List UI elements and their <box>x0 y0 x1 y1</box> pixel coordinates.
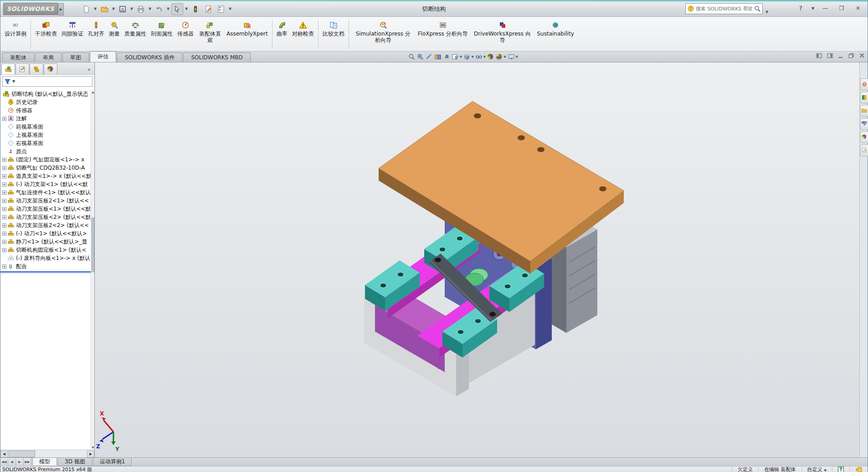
view-orientation-caret[interactable]: ▼ <box>460 55 462 59</box>
symmetry-check-button[interactable]: 对称检查 <box>290 18 316 50</box>
options-caret[interactable]: ▼ <box>228 7 232 11</box>
model-plate-hole4[interactable] <box>599 187 606 192</box>
tab-装配体[interactable]: 装配体 <box>2 52 34 62</box>
graphics-viewport[interactable]: X Z Y <box>95 62 860 457</box>
compare-documents-button[interactable]: ?比较文档 <box>321 18 346 50</box>
model-plate-hole1[interactable] <box>474 114 481 119</box>
expand-icon[interactable]: + <box>2 182 6 187</box>
tree-item[interactable]: +配合 <box>0 262 91 270</box>
tree-item[interactable]: +动刀支架压板2<1> (默认<< <box>0 197 91 205</box>
view-palette-tab[interactable] <box>860 118 868 130</box>
tree-item[interactable]: +动刀支架压板<2> (默认<<默 <box>0 213 91 221</box>
expand-icon[interactable]: + <box>2 199 6 203</box>
tree-item[interactable]: 上视基准面 <box>0 131 91 139</box>
sensors-button[interactable]: 传感器 <box>175 18 195 50</box>
tree-item[interactable]: +切断机构固定板<1> (默认< <box>0 246 91 254</box>
interference-check-button[interactable]: 干涉检查 <box>33 18 59 50</box>
apply-scene-caret[interactable]: ▼ <box>503 55 506 59</box>
magnified-selection-button[interactable] <box>426 53 433 61</box>
expand-icon[interactable]: + <box>2 207 6 211</box>
zoom-to-area-button[interactable] <box>417 53 424 61</box>
assembly-model[interactable]: X Z Y <box>95 62 860 457</box>
pane-right-button[interactable] <box>827 52 834 59</box>
tree-item[interactable]: 原点 <box>0 147 91 156</box>
hide-show-items-caret[interactable]: ▼ <box>483 55 486 59</box>
scroll-thumb-h[interactable] <box>9 451 35 457</box>
help-button[interactable]: ? <box>794 3 807 13</box>
tree-item[interactable]: +动刀支架压板<1> (默认<<默 <box>0 205 91 213</box>
tree-vertical-scrollbar[interactable]: ▲ ▼ <box>91 90 94 449</box>
doc-tab-3D 视图[interactable]: 3D 视图 <box>58 458 92 466</box>
restore-doc-button[interactable] <box>848 52 855 59</box>
close-doc-button[interactable] <box>859 52 866 59</box>
section-view-button[interactable] <box>434 53 442 61</box>
expand-icon[interactable]: + <box>2 248 6 252</box>
tree-tab-configurationmanager[interactable] <box>30 63 43 74</box>
scroll-down-arrow[interactable]: ▼ <box>91 445 95 449</box>
tree-item[interactable]: +道具支架<1>-> x (默认<<默 <box>0 172 91 180</box>
view-settings-button[interactable]: ▼ <box>508 53 518 61</box>
expand-icon[interactable]: + <box>2 117 6 121</box>
tab-布局[interactable]: 布局 <box>35 52 62 62</box>
expand-icon[interactable]: + <box>2 265 6 269</box>
tab-评估[interactable]: 评估 <box>90 51 116 62</box>
next-tab-button[interactable]: ▶ <box>16 458 24 466</box>
annotation-view-button[interactable]: A <box>443 53 450 61</box>
display-style-button[interactable]: ▼ <box>463 53 473 61</box>
tree-tab-propertymanager[interactable] <box>15 63 29 74</box>
tree-tab-featuremanager[interactable] <box>1 63 15 74</box>
print-caret[interactable]: ▼ <box>148 7 152 11</box>
save-button[interactable] <box>117 3 128 15</box>
solidworks-resources-tab[interactable] <box>860 78 868 90</box>
first-tab-button[interactable]: ◀◀ <box>0 458 8 466</box>
section-properties-button[interactable]: 剖面属性 <box>149 18 175 50</box>
search-icon[interactable] <box>754 5 760 12</box>
doc-tab-模型[interactable]: 模型 <box>32 458 57 466</box>
status-custom-button[interactable]: 自定义▲ <box>801 467 832 472</box>
design-study-button[interactable]: 设计算例 <box>3 18 28 50</box>
tree-item[interactable]: 切断结构 (默认<默认_显示状态 <box>0 90 91 98</box>
tree-item[interactable]: +气缸连接件<1> (默认<<默认 <box>0 188 91 197</box>
measure-button[interactable]: 测量 <box>107 18 122 50</box>
rebuild-traffic-light-button[interactable] <box>190 3 201 15</box>
expand-icon[interactable]: + <box>2 232 6 236</box>
new-document-button[interactable] <box>80 3 92 15</box>
doc-tab-运动算例1[interactable]: 运动算例1 <box>93 458 132 466</box>
expand-icon[interactable]: + <box>2 166 6 170</box>
last-tab-button[interactable]: ▶▶ <box>24 458 31 466</box>
minimize-button[interactable]: — <box>818 3 832 13</box>
tree-tab-displaymanager[interactable] <box>44 63 57 74</box>
search-caret[interactable]: ▼ <box>765 6 768 18</box>
tree-item[interactable]: +(固定) 气缸固定板<1>-> x <box>0 156 91 164</box>
tree-item[interactable]: 前视基准面 <box>0 123 91 131</box>
search-box[interactable]: ? ▼ <box>685 3 763 14</box>
curvature-button[interactable]: 曲率 <box>275 18 289 50</box>
scroll-left-arrow[interactable]: ◀ <box>0 451 8 457</box>
expand-icon[interactable]: + <box>2 158 6 162</box>
tab-草图[interactable]: 草图 <box>62 52 89 62</box>
minimize-doc-button[interactable] <box>837 52 844 59</box>
expand-icon[interactable]: + <box>2 174 6 178</box>
tree-item[interactable]: +(-) 动刀<1> (默认<<默认> <box>0 229 91 238</box>
solidworks-logo[interactable]: SOLIDWORKS ▶ <box>3 3 58 15</box>
tree-item[interactable]: +动刀支架压板2<2> (默认<< <box>0 221 91 229</box>
expand-icon[interactable]: + <box>2 240 6 244</box>
simulationxpress-button[interactable]: SimulationXpress 分析向导 <box>351 18 415 50</box>
design-library-tab[interactable] <box>860 92 868 104</box>
file-explorer-tab[interactable] <box>860 105 868 117</box>
pane-left-button[interactable] <box>816 52 823 59</box>
status-help-icon[interactable]: ? <box>832 467 849 472</box>
assembly-visualization-button[interactable]: 装配体直观 <box>196 18 224 50</box>
open-caret[interactable]: ▼ <box>111 7 116 11</box>
model-bar-hole2[interactable] <box>489 312 496 316</box>
prev-tab-button[interactable]: ◀ <box>8 458 16 466</box>
filter-caret-icon[interactable]: ▼ <box>12 79 15 83</box>
model-plate-hole3[interactable] <box>537 147 544 152</box>
tree-horizontal-scrollbar[interactable]: ◀ ▶ <box>0 450 94 457</box>
expand-icon[interactable]: + <box>2 223 6 228</box>
driveworksxpress-button[interactable]: DriveWorksXpress 向导 <box>471 18 534 50</box>
tree-item[interactable]: +A注解 <box>0 114 91 123</box>
maximize-button[interactable]: ❐ <box>835 3 848 13</box>
scroll-up-arrow[interactable]: ▲ <box>91 90 95 94</box>
print-button[interactable] <box>135 3 147 15</box>
